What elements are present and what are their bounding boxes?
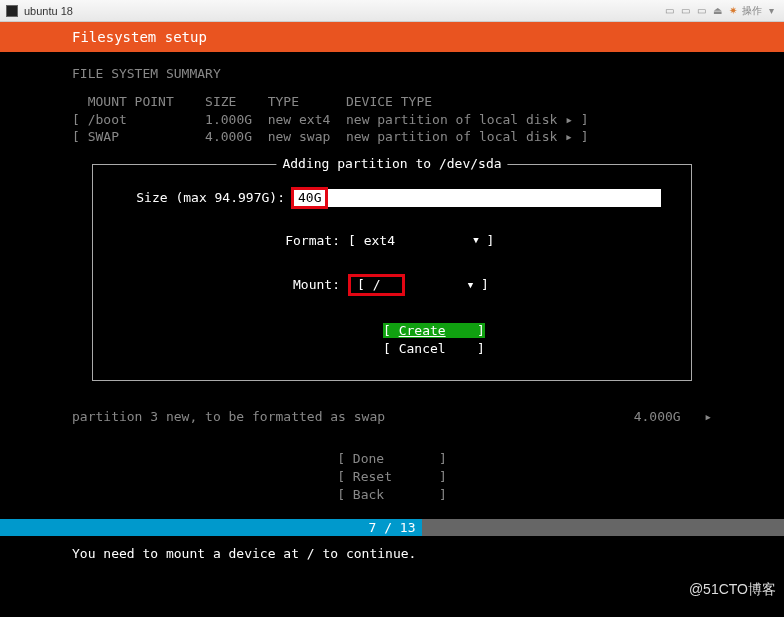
watermark: @51CTO博客 (689, 581, 776, 599)
reset-button[interactable]: [ Reset ] (337, 469, 447, 484)
dropdown-icon[interactable]: ▾ (764, 5, 778, 16)
size-row: Size (max 94.997G): 40G (123, 189, 661, 207)
dialog-title: Adding partition to /dev/sda (276, 156, 507, 171)
gear-icon[interactable]: ✷ (726, 5, 740, 16)
summary-title: FILE SYSTEM SUMMARY (72, 66, 712, 81)
partition-desc: partition 3 new, to be formatted as swap (72, 409, 385, 424)
mount-label: Mount: (123, 277, 348, 292)
terminal-area: Filesystem setup FILE SYSTEM SUMMARY MOU… (0, 22, 784, 617)
format-dropdown[interactable]: [ ext4 ▼ ] (348, 233, 494, 248)
mount-value-highlight: [ / (348, 274, 405, 296)
chevron-down-icon: ▼ (468, 280, 473, 290)
size-label: Size (max 94.997G): (123, 190, 293, 205)
cancel-button[interactable]: [ Cancel ] (383, 340, 661, 358)
partition-3-row[interactable]: partition 3 new, to be formatted as swap… (0, 381, 784, 424)
display-icon-3[interactable]: ▭ (694, 5, 708, 16)
display-icon[interactable]: ▭ (662, 5, 676, 16)
chevron-down-icon: ▼ (473, 235, 478, 245)
installer-header: Filesystem setup (0, 22, 784, 52)
header-title: Filesystem setup (72, 29, 207, 45)
add-partition-dialog: Adding partition to /dev/sda Size (max 9… (92, 164, 692, 381)
format-label: Format: (123, 233, 348, 248)
chevron-right-icon: ▸ (704, 409, 712, 424)
bottom-buttons: [ Done ] [ Reset ] [ Back ] (0, 450, 784, 505)
size-value-highlight: 40G (291, 187, 328, 209)
titlebar-controls: ▭ ▭ ▭ ⏏ ✷ 操作 ▾ (662, 4, 778, 18)
done-button[interactable]: [ Done ] (337, 451, 447, 466)
back-button[interactable]: [ Back ] (337, 487, 447, 502)
window-titlebar: ubuntu 18 ▭ ▭ ▭ ⏏ ✷ 操作 ▾ (0, 0, 784, 22)
mount-row: Mount: [ / ▼ ] (123, 274, 661, 296)
display-icon-2[interactable]: ▭ (678, 5, 692, 16)
mount-dropdown[interactable]: [ / ▼ ] (348, 274, 489, 296)
footer-message: You need to mount a device at / to conti… (0, 536, 784, 571)
progress-text: 7 / 13 (0, 520, 784, 535)
action-label[interactable]: 操作 (742, 4, 762, 18)
summary-table: MOUNT POINT SIZE TYPE DEVICE TYPE [ /boo… (72, 93, 712, 146)
format-row: Format: [ ext4 ▼ ] (123, 233, 661, 248)
eject-icon[interactable]: ⏏ (710, 5, 724, 16)
window-title: ubuntu 18 (24, 5, 73, 17)
app-icon (6, 5, 18, 17)
progress-bar: 7 / 13 (0, 519, 784, 536)
create-button[interactable]: [ Create ] (383, 322, 661, 340)
size-input[interactable]: 40G (293, 189, 661, 207)
